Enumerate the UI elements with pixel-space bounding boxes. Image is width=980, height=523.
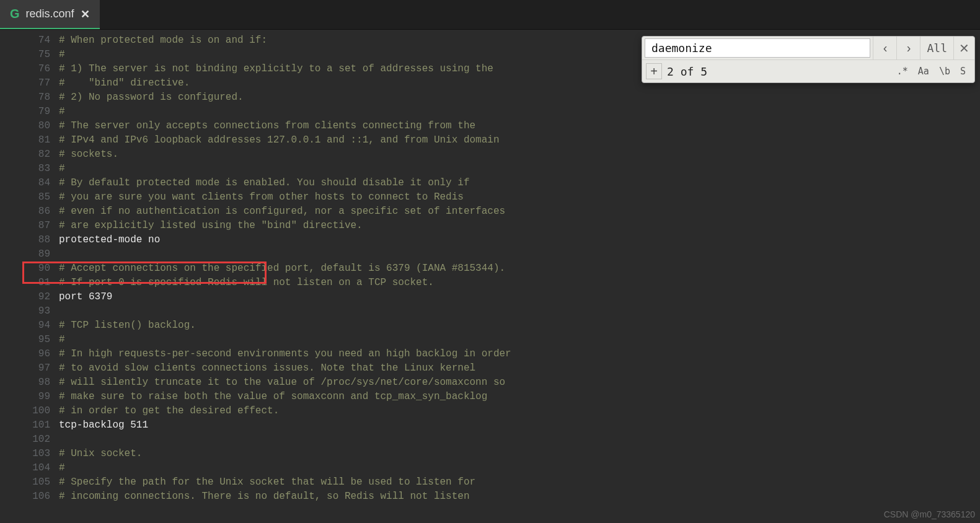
code-area[interactable]: # When protected mode is on and if:## 1)… — [59, 30, 980, 523]
code-line[interactable] — [59, 433, 980, 447]
code-line[interactable]: # — [59, 333, 980, 347]
line-number: 101 — [0, 418, 50, 433]
line-number: 106 — [0, 490, 50, 504]
code-line[interactable]: # — [59, 162, 980, 176]
watermark: CSDN @m0_73365120 — [884, 509, 975, 519]
line-number: 83 — [0, 162, 50, 176]
line-number: 103 — [0, 447, 50, 461]
line-number: 105 — [0, 475, 50, 490]
line-number: 94 — [0, 319, 50, 333]
line-number: 93 — [0, 304, 50, 319]
case-toggle[interactable]: Aa — [913, 63, 934, 80]
search-all-button[interactable]: All — [920, 37, 953, 59]
code-line[interactable]: # Specify the path for the Unix socket t… — [59, 475, 980, 490]
code-line[interactable]: # are explicitly listed using the "bind"… — [59, 219, 980, 233]
code-line[interactable]: # By default protected mode is enabled. … — [59, 176, 980, 190]
close-icon: ✕ — [959, 41, 969, 56]
match-count: 2 of 5 — [667, 65, 892, 78]
s-toggle[interactable]: S — [955, 63, 971, 80]
search-panel: ‹ › All ✕ + 2 of 5 .* Aa \b S — [642, 36, 975, 83]
code-line[interactable]: # — [59, 105, 980, 119]
line-number: 99 — [0, 390, 50, 404]
editor-area[interactable]: 7475767778798081828384858687888990919293… — [0, 30, 980, 523]
code-line[interactable]: # — [59, 461, 980, 475]
line-number: 96 — [0, 347, 50, 361]
code-line[interactable]: # Unix socket. — [59, 447, 980, 461]
code-line[interactable]: # incoming connections. There is no defa… — [59, 490, 980, 504]
line-number: 79 — [0, 105, 50, 119]
git-icon: G — [10, 7, 20, 21]
line-number: 87 — [0, 219, 50, 233]
code-line[interactable]: # make sure to raise both the value of s… — [59, 390, 980, 404]
line-gutter: 7475767778798081828384858687888990919293… — [0, 30, 59, 523]
code-line[interactable]: # 2) No password is configured. — [59, 90, 980, 105]
code-line[interactable]: # to avoid slow clients connections issu… — [59, 361, 980, 376]
code-line[interactable]: tcp-backlog 511 — [59, 418, 980, 433]
file-tab[interactable]: G redis.conf ✕ — [0, 0, 100, 29]
code-line[interactable] — [59, 304, 980, 319]
line-number: 75 — [0, 48, 50, 62]
word-toggle[interactable]: \b — [934, 63, 955, 80]
search-expand-button[interactable]: + — [646, 63, 662, 79]
line-number: 80 — [0, 119, 50, 133]
line-number: 85 — [0, 190, 50, 204]
line-number: 84 — [0, 176, 50, 190]
code-line[interactable] — [59, 247, 980, 262]
code-line[interactable]: # even if no authentication is configure… — [59, 204, 980, 219]
line-number: 104 — [0, 461, 50, 475]
line-number: 74 — [0, 33, 50, 48]
code-line[interactable]: # you are sure you want clients from oth… — [59, 190, 980, 204]
plus-icon: + — [650, 64, 658, 79]
code-line[interactable]: # In high requests-per-second environmen… — [59, 347, 980, 361]
code-line[interactable]: protected-mode no — [59, 233, 980, 247]
tab-bar: G redis.conf ✕ — [0, 0, 980, 30]
close-icon[interactable]: ✕ — [81, 7, 90, 21]
line-number: 86 — [0, 204, 50, 219]
line-number: 78 — [0, 90, 50, 105]
line-number: 82 — [0, 147, 50, 162]
code-line[interactable]: # sockets. — [59, 147, 980, 162]
line-number: 91 — [0, 276, 50, 290]
search-next-button[interactable]: › — [896, 37, 920, 59]
search-close-button[interactable]: ✕ — [953, 37, 974, 59]
code-line[interactable]: # TCP listen() backlog. — [59, 319, 980, 333]
line-number: 102 — [0, 433, 50, 447]
code-line[interactable]: # in order to get the desired effect. — [59, 404, 980, 418]
chevron-right-icon: › — [907, 41, 911, 55]
line-number: 98 — [0, 376, 50, 390]
line-number: 89 — [0, 247, 50, 262]
line-number: 81 — [0, 133, 50, 147]
search-prev-button[interactable]: ‹ — [873, 37, 896, 59]
line-number: 97 — [0, 361, 50, 376]
code-line[interactable]: port 6379 — [59, 290, 980, 304]
code-line[interactable]: # The server only accepts connections fr… — [59, 119, 980, 133]
code-line[interactable]: # will silently truncate it to the value… — [59, 376, 980, 390]
tab-filename: redis.conf — [26, 7, 74, 20]
chevron-left-icon: ‹ — [883, 41, 888, 55]
code-line[interactable]: # Accept connections on the specified po… — [59, 262, 980, 276]
line-number: 76 — [0, 62, 50, 76]
line-number: 77 — [0, 76, 50, 90]
line-number: 100 — [0, 404, 50, 418]
line-number: 95 — [0, 333, 50, 347]
line-number: 92 — [0, 290, 50, 304]
line-number: 88 — [0, 233, 50, 247]
search-input[interactable] — [645, 38, 870, 58]
line-number: 90 — [0, 262, 50, 276]
regex-toggle[interactable]: .* — [892, 63, 913, 80]
code-line[interactable]: # IPv4 and IPv6 loopback addresses 127.0… — [59, 133, 980, 147]
code-line[interactable]: # If port 0 is specified Redis will not … — [59, 276, 980, 290]
